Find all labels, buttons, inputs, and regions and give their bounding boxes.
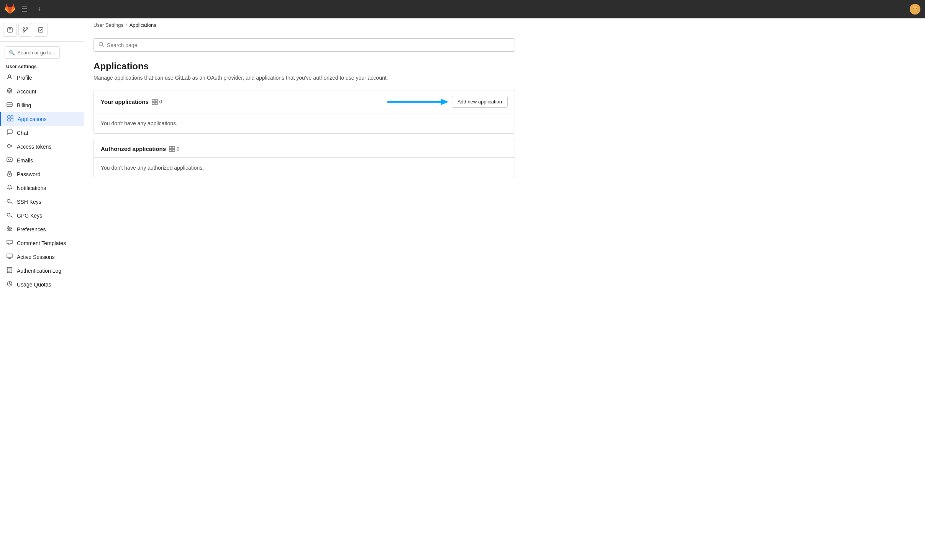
svg-rect-19: [11, 119, 13, 121]
sidebar-item-access-tokens-label: Access tokens: [17, 144, 51, 150]
sidebar-item-chat-label: Chat: [17, 130, 28, 136]
sidebar: 🔍 Search or go to... User settings Profi…: [0, 18, 84, 560]
sidebar-item-applications[interactable]: Applications: [0, 112, 84, 126]
sidebar-section-label: User settings: [0, 62, 84, 71]
your-applications-count-badge: 0: [152, 99, 162, 105]
authorized-applications-count-badge: 0: [169, 146, 179, 152]
merge-requests-icon-button[interactable]: [18, 23, 32, 37]
your-applications-label: Your applications: [101, 98, 149, 105]
arrow-svg: [387, 96, 449, 108]
preferences-icon: [6, 226, 13, 233]
sidebar-item-ssh-keys-label: SSH Keys: [17, 199, 41, 205]
sidebar-item-profile-label: Profile: [17, 75, 32, 81]
issues-icon-button[interactable]: [3, 23, 17, 37]
breadcrumb: User Settings / Applications: [84, 18, 925, 32]
page-title: Applications: [93, 61, 916, 72]
svg-point-12: [9, 90, 11, 92]
sidebar-item-gpg-keys[interactable]: GPG Keys: [0, 209, 84, 223]
sidebar-item-preferences[interactable]: Preferences: [0, 223, 84, 236]
svg-point-1: [914, 8, 915, 9]
sidebar-item-account-label: Account: [17, 88, 36, 95]
svg-point-9: [23, 31, 25, 32]
your-applications-title: Your applications 0: [101, 98, 162, 105]
grid-icon-your: [152, 99, 158, 105]
profile-icon: [6, 74, 13, 82]
sidebar-item-ssh-keys[interactable]: SSH Keys: [0, 195, 84, 209]
svg-point-31: [8, 229, 10, 231]
main-content: User Settings / Applications Application…: [84, 18, 925, 560]
sidebar-item-active-sessions[interactable]: Active Sessions: [0, 250, 84, 264]
sidebar-item-billing[interactable]: Billing: [0, 98, 84, 112]
todos-icon-button[interactable]: [34, 23, 48, 37]
sidebar-search-label: Search or go to...: [17, 50, 56, 56]
sidebar-item-access-tokens[interactable]: Access tokens: [0, 140, 84, 154]
sidebar-item-emails[interactable]: Emails: [0, 154, 84, 167]
comment-templates-icon: [6, 239, 13, 247]
svg-rect-44: [155, 102, 157, 105]
authorized-applications-section: Authorized applications 0 You don't have…: [93, 140, 515, 178]
authorized-applications-body: You don't have any authorized applicatio…: [94, 158, 515, 178]
sidebar-item-profile[interactable]: Profile: [0, 71, 84, 85]
sidebar-item-usage-quotas-label: Usage Quotas: [17, 282, 51, 288]
sidebar-item-usage-quotas[interactable]: Usage Quotas: [0, 278, 84, 291]
sidebar-toggle-button[interactable]: ☰: [18, 3, 31, 15]
svg-rect-42: [155, 99, 157, 102]
authorized-applications-title: Authorized applications 0: [101, 146, 179, 152]
sidebar-item-emails-label: Emails: [17, 157, 33, 164]
sidebar-item-account[interactable]: Account: [0, 85, 84, 98]
sidebar-item-comment-templates[interactable]: Comment Templates: [0, 236, 84, 250]
search-icon: [98, 42, 104, 48]
new-item-button[interactable]: +: [34, 3, 46, 15]
breadcrumb-separator: /: [126, 22, 127, 28]
active-sessions-icon: [6, 253, 13, 261]
sidebar-item-comment-templates-label: Comment Templates: [17, 240, 66, 246]
svg-rect-47: [169, 146, 172, 149]
svg-rect-17: [11, 116, 13, 118]
gitlab-logo: [5, 4, 15, 15]
authorized-applications-header: Authorized applications 0: [94, 140, 515, 158]
emails-icon: [6, 157, 13, 164]
svg-point-24: [7, 200, 10, 203]
user-avatar[interactable]: [910, 4, 920, 15]
svg-rect-21: [7, 158, 12, 162]
chat-icon: [6, 129, 13, 137]
sidebar-item-notifications-label: Notifications: [17, 185, 46, 191]
sidebar-item-active-sessions-label: Active Sessions: [17, 254, 55, 260]
access-tokens-icon: [6, 143, 13, 151]
page-description: Manage applications that can use GitLab …: [93, 75, 916, 81]
svg-rect-43: [152, 102, 154, 105]
sidebar-item-password[interactable]: Password: [0, 167, 84, 181]
search-bar-wrap: [84, 32, 925, 55]
your-applications-count: 0: [159, 99, 162, 105]
sidebar-item-authentication-log-label: Authentication Log: [17, 268, 61, 274]
page-body: Applications Manage applications that ca…: [84, 55, 925, 190]
sidebar-item-preferences-label: Preferences: [17, 226, 46, 233]
svg-point-30: [10, 228, 11, 229]
svg-rect-49: [169, 149, 172, 152]
search-input[interactable]: [107, 42, 510, 48]
add-new-application-button[interactable]: Add new application: [452, 96, 508, 108]
svg-point-29: [8, 226, 9, 228]
authentication-log-icon: [6, 267, 13, 275]
sidebar-item-authentication-log[interactable]: Authentication Log: [0, 264, 84, 278]
your-applications-section: Your applications 0 Add new application: [93, 90, 515, 134]
ssh-keys-icon: [6, 198, 13, 206]
authorized-applications-empty-message: You don't have any authorized applicatio…: [101, 165, 204, 171]
sidebar-item-notifications[interactable]: Notifications: [0, 181, 84, 195]
sidebar-search-button[interactable]: 🔍 Search or go to...: [5, 46, 60, 59]
svg-point-23: [9, 174, 10, 175]
svg-marker-46: [441, 99, 449, 105]
svg-rect-50: [172, 149, 175, 152]
billing-icon: [6, 102, 13, 109]
svg-point-20: [7, 144, 10, 147]
svg-rect-14: [7, 103, 12, 106]
notifications-icon: [6, 184, 13, 192]
sidebar-item-password-label: Password: [17, 171, 40, 177]
svg-rect-32: [7, 254, 12, 258]
sidebar-item-applications-label: Applications: [18, 116, 47, 122]
sidebar-nav: Profile Account Billing Applications: [0, 71, 84, 291]
breadcrumb-parent-link[interactable]: User Settings: [93, 22, 123, 28]
breadcrumb-current: Applications: [130, 22, 156, 28]
sidebar-item-chat[interactable]: Chat: [0, 126, 84, 140]
sidebar-item-gpg-keys-label: GPG Keys: [17, 213, 42, 219]
